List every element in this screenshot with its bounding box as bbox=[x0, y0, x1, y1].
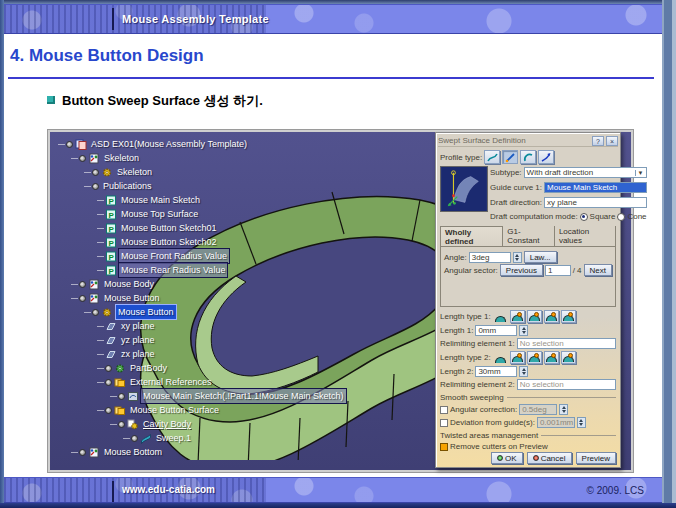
tree-item[interactable]: PartBody bbox=[56, 361, 169, 375]
length1-spinner[interactable] bbox=[519, 325, 528, 336]
sector-field[interactable]: 1 bbox=[545, 265, 571, 276]
tab-location-values[interactable]: Location values bbox=[555, 226, 616, 247]
tree-item[interactable]: Mouse Button Surface bbox=[56, 403, 221, 417]
length1-field[interactable]: 0mm bbox=[475, 325, 517, 336]
ok-button[interactable]: OK bbox=[491, 452, 523, 464]
dropdown-arrow-icon: ▼ bbox=[635, 170, 644, 176]
square-radio-label: Square bbox=[590, 212, 616, 221]
tree-item[interactable]: PMouse Main Sketch bbox=[56, 193, 202, 207]
help-button[interactable]: ? bbox=[592, 136, 604, 146]
length-type2-option3-icon[interactable] bbox=[527, 351, 542, 364]
profile-explicit-icon[interactable] bbox=[484, 150, 500, 164]
tab-wholly-defined[interactable]: Wholly defined bbox=[440, 226, 503, 247]
close-button[interactable]: × bbox=[606, 136, 618, 146]
tree-item[interactable]: Sweep.1 bbox=[56, 431, 193, 445]
square-radio[interactable] bbox=[580, 213, 588, 221]
expand-knob[interactable] bbox=[118, 393, 125, 400]
expand-knob[interactable] bbox=[118, 421, 125, 428]
pub-icon: P bbox=[105, 265, 117, 276]
tree-item[interactable]: PMouse Rear Radius Value bbox=[56, 263, 227, 277]
relimiting1-field[interactable]: No selection bbox=[517, 338, 616, 349]
sweep-preview-thumbnail bbox=[440, 166, 488, 212]
cone-radio[interactable] bbox=[617, 213, 625, 221]
preview-button[interactable]: Preview bbox=[576, 452, 616, 464]
tree-item-label: External References bbox=[128, 375, 214, 389]
length-type2-option5-icon[interactable] bbox=[561, 351, 576, 364]
expand-knob[interactable] bbox=[105, 407, 112, 414]
tree-item[interactable]: ASD EX01(Mouse Assembly Template) bbox=[56, 137, 249, 151]
next-button[interactable]: Next bbox=[584, 264, 612, 276]
length-type1-option5-icon[interactable] bbox=[561, 310, 576, 323]
slide-border-left bbox=[0, 0, 4, 508]
tree-item[interactable]: External References bbox=[56, 375, 214, 389]
angular-correction-spinner bbox=[559, 404, 568, 415]
tree-item[interactable]: PMouse Button Sketch02 bbox=[56, 235, 219, 249]
expand-knob[interactable] bbox=[79, 155, 86, 162]
expand-knob[interactable] bbox=[131, 435, 138, 442]
tree-item[interactable]: Mouse Button bbox=[56, 291, 162, 305]
relimiting2-field[interactable]: No selection bbox=[517, 379, 616, 390]
draft-direction-field[interactable]: xy plane bbox=[544, 197, 647, 208]
tree-item-label: Mouse Button bbox=[102, 291, 162, 305]
tree-item[interactable]: Mouse Bottom bbox=[56, 445, 164, 459]
footer-url[interactable]: www.edu-catia.com bbox=[122, 484, 215, 495]
length-type1-option1-icon[interactable] bbox=[493, 310, 508, 323]
expand-knob[interactable] bbox=[105, 365, 112, 372]
tree-item[interactable]: xy plane bbox=[56, 319, 157, 333]
tree-item[interactable]: Mouse Button bbox=[56, 305, 177, 319]
profile-circle-icon[interactable] bbox=[520, 150, 536, 164]
guide-curve-field[interactable]: Mouse Main Sketch bbox=[544, 182, 647, 193]
length2-spinner[interactable] bbox=[519, 366, 528, 377]
tree-item[interactable]: PMouse Top Surface bbox=[56, 207, 200, 221]
profile-conic-icon[interactable] bbox=[538, 150, 554, 164]
previous-button[interactable]: Previous bbox=[500, 264, 543, 276]
remove-cutters-checkbox[interactable] bbox=[440, 443, 448, 451]
dialog-titlebar[interactable]: Swept Surface Definition ? × bbox=[438, 135, 618, 147]
length-type1-option3-icon[interactable] bbox=[527, 310, 542, 323]
expand-knob[interactable] bbox=[79, 281, 86, 288]
slide-border-right bbox=[662, 0, 676, 508]
length-type2-option4-icon[interactable] bbox=[544, 351, 559, 364]
tree-item-label: Cavity Body bbox=[141, 417, 193, 431]
tree-connector bbox=[97, 228, 104, 229]
length-type1-option2-icon[interactable] bbox=[510, 310, 525, 323]
length2-field[interactable]: 30mm bbox=[475, 366, 517, 377]
subtype-select[interactable]: With draft direction ▼ bbox=[524, 167, 647, 178]
length-type1-option4-icon[interactable] bbox=[544, 310, 559, 323]
tree-item[interactable]: PMouse Front Radius Value bbox=[56, 249, 229, 263]
guide-curve-label: Guide curve 1: bbox=[490, 183, 542, 192]
tree-item[interactable]: yz plane bbox=[56, 333, 157, 347]
tree-item[interactable]: zx plane bbox=[56, 347, 157, 361]
law-button[interactable]: Law... bbox=[524, 251, 557, 263]
deviation-spinner bbox=[577, 417, 586, 428]
expand-knob[interactable] bbox=[79, 449, 86, 456]
swept-surface-dialog: Swept Surface Definition ? × Profile typ… bbox=[435, 132, 621, 468]
cancel-button[interactable]: Cancel bbox=[527, 452, 572, 464]
deviation-checkbox[interactable] bbox=[440, 419, 448, 427]
expand-knob[interactable] bbox=[92, 309, 99, 316]
tree-item[interactable]: Mouse Main Sketch(.!Part1.1!Mouse Main S… bbox=[56, 389, 346, 403]
tree-item[interactable]: Mouse Body bbox=[56, 277, 156, 291]
expand-knob[interactable] bbox=[105, 379, 112, 386]
expand-knob[interactable] bbox=[92, 169, 99, 176]
profile-line-icon[interactable] bbox=[502, 150, 518, 164]
tree-item[interactable]: Skeleton bbox=[56, 151, 141, 165]
tree-item[interactable]: PMouse Button Sketch01 bbox=[56, 221, 219, 235]
tree-connector bbox=[123, 438, 130, 439]
plane-icon bbox=[105, 335, 117, 346]
expand-knob[interactable] bbox=[79, 295, 86, 302]
length-type2-option2-icon[interactable] bbox=[510, 351, 525, 364]
cancel-icon bbox=[533, 455, 539, 461]
tree-item[interactable]: Publications bbox=[56, 179, 154, 193]
tree-item[interactable]: Skeleton bbox=[56, 165, 154, 179]
angle-field[interactable]: 3deg bbox=[469, 252, 511, 263]
tree-connector bbox=[97, 256, 104, 257]
tab-g1-constant[interactable]: G1-Constant bbox=[503, 226, 555, 247]
angle-spinner[interactable] bbox=[513, 252, 522, 263]
expand-knob[interactable] bbox=[66, 141, 73, 148]
tree-item[interactable]: Cavity Body bbox=[56, 417, 193, 431]
angular-correction-checkbox[interactable] bbox=[440, 406, 448, 414]
expand-knob[interactable] bbox=[92, 183, 99, 190]
length-type2-option1-icon[interactable] bbox=[493, 351, 508, 364]
header-divider bbox=[112, 8, 114, 30]
